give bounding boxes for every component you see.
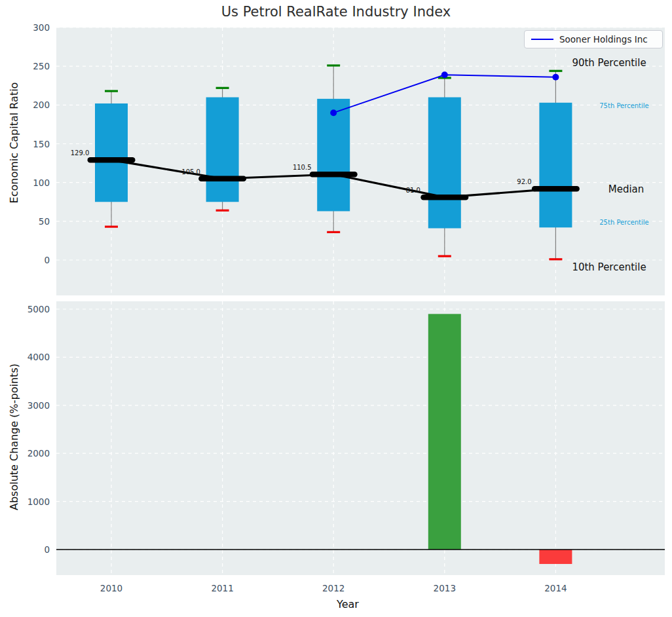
top-y-tick-300: 300 — [33, 22, 50, 33]
median-value-label-2013: 81.0 — [406, 187, 420, 194]
median-value-label-2012: 110.5 — [293, 164, 312, 171]
x-tick-2013: 2013 — [434, 583, 456, 593]
iqr-box-2013 — [428, 98, 461, 229]
top-y-tick-50: 50 — [39, 216, 50, 227]
bottom-y-tick-5000: 5000 — [28, 304, 50, 314]
legend: Sooner Holdings Inc — [524, 30, 663, 48]
median-value-label-2010: 129.0 — [71, 149, 90, 157]
bottom-y-tick-1000: 1000 — [28, 496, 50, 507]
top-y-tick-200: 200 — [33, 100, 50, 110]
x-tick-2010: 2010 — [100, 583, 122, 593]
negative-change-bar-2014 — [539, 550, 572, 564]
top-y-tick-0: 0 — [44, 255, 50, 265]
company-point-2014 — [552, 74, 559, 81]
bottom-y-tick-2000: 2000 — [28, 448, 50, 458]
annotation-25th-percentile: 25th Percentile — [599, 219, 649, 226]
median-marker-2011 — [198, 176, 246, 182]
annotation-median: Median — [608, 183, 644, 195]
iqr-box-2010 — [95, 103, 128, 202]
median-marker-2014 — [532, 186, 580, 192]
bottom-y-tick-4000: 4000 — [28, 352, 50, 362]
x-axis-label: Year — [337, 598, 359, 610]
bottom-y-axis-label: Absolute Change (%-points) — [8, 364, 20, 510]
company-point-2013 — [441, 71, 448, 78]
annotation-10th-percentile: 10th Percentile — [572, 261, 646, 273]
median-value-label-2011: 105.0 — [181, 168, 200, 176]
company-point-2012 — [330, 109, 337, 116]
annotation-90th-percentile: 90th Percentile — [572, 57, 646, 69]
bottom-panel-bg — [56, 301, 665, 575]
bottom-y-tick-3000: 3000 — [28, 400, 50, 411]
x-tick-2012: 2012 — [322, 583, 345, 593]
x-tick-2011: 2011 — [211, 583, 233, 593]
annotation-75th-percentile: 75th Percentile — [599, 102, 649, 109]
median-marker-2010 — [88, 157, 136, 163]
positive-change-bar-2013 — [428, 314, 461, 550]
figure: 129.0105.0110.581.092.005010015020025030… — [0, 0, 672, 617]
chart-canvas: 129.0105.0110.581.092.005010015020025030… — [0, 0, 672, 617]
top-y-tick-100: 100 — [33, 178, 50, 188]
legend-line-sample — [531, 39, 553, 40]
top-y-axis-label: Economic Capital Ratio — [8, 83, 20, 204]
iqr-box-2014 — [539, 103, 572, 228]
bottom-y-tick-0: 0 — [44, 544, 50, 555]
iqr-box-2011 — [206, 98, 239, 202]
top-y-tick-150: 150 — [33, 139, 50, 149]
median-value-label-2014: 92.0 — [517, 178, 531, 185]
median-marker-2013 — [420, 195, 468, 200]
legend-label: Sooner Holdings Inc — [559, 34, 648, 45]
x-tick-2014: 2014 — [544, 583, 567, 593]
chart-title: Us Petrol RealRate Industry Index — [0, 4, 672, 20]
top-y-tick-250: 250 — [33, 61, 50, 71]
median-marker-2012 — [310, 172, 358, 178]
